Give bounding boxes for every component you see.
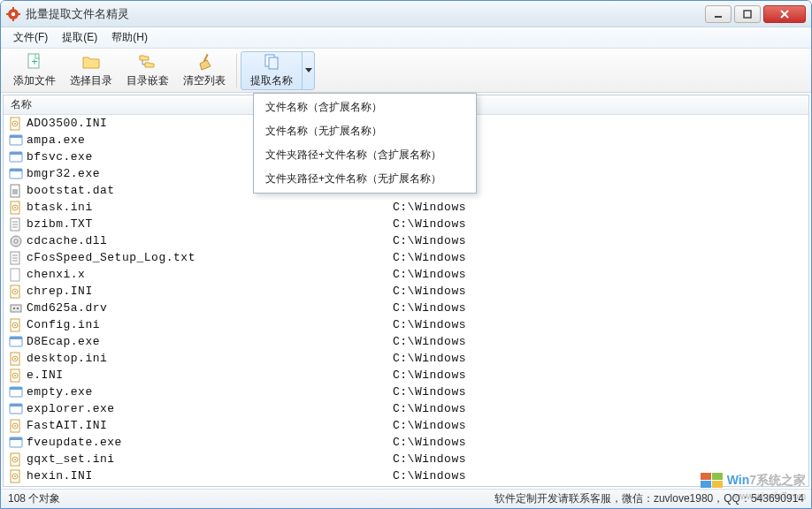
file-icon xyxy=(9,167,23,181)
file-name: btask.ini xyxy=(27,201,393,214)
toolbar-separator xyxy=(236,54,237,87)
file-icon xyxy=(9,335,23,349)
extract-name-button[interactable]: 提取名称 xyxy=(241,51,315,90)
file-path: C:\Windows xyxy=(393,318,466,331)
table-row[interactable]: explorer.exeC:\Windows xyxy=(4,400,808,417)
file-name: cFosSpeed_Setup_Log.txt xyxy=(27,251,393,264)
dropdown-item[interactable]: 文件夹路径+文件名称（含扩展名称） xyxy=(255,143,475,167)
extract-dropdown-menu: 文件名称（含扩展名称） 文件名称（无扩展名称） 文件夹路径+文件名称（含扩展名称… xyxy=(253,93,477,194)
menu-help[interactable]: 帮助(H) xyxy=(104,27,155,48)
dropdown-item[interactable]: 文件夹路径+文件名称（无扩展名称） xyxy=(255,167,475,191)
table-row[interactable]: chrep.INIC:\Windows xyxy=(4,283,808,300)
table-row[interactable]: D8Ecap.exeC:\Windows xyxy=(4,333,808,350)
file-name: chenxi.x xyxy=(27,268,393,281)
svg-rect-58 xyxy=(10,387,22,390)
file-icon xyxy=(9,285,23,299)
file-name: fveupdate.exe xyxy=(27,436,393,449)
file-icon xyxy=(9,469,23,483)
window-title: 批量提取文件名精灵 xyxy=(26,6,705,22)
table-row[interactable]: cFosSpeed_Setup_Log.txtC:\Windows xyxy=(4,249,808,266)
clear-list-button[interactable]: 清空列表 xyxy=(176,50,233,91)
app-window: 批量提取文件名精灵 文件(F) 提取(E) 帮助(H) + 添加文件 选择目录 … xyxy=(0,0,812,509)
table-row[interactable]: hexin.INIC:\Windows xyxy=(4,467,808,484)
select-dir-button[interactable]: 选择目录 xyxy=(63,50,119,91)
file-icon xyxy=(9,184,23,198)
file-icon xyxy=(9,318,23,332)
broom-icon xyxy=(195,52,214,72)
file-icon xyxy=(9,268,23,282)
file-name: e.INI xyxy=(27,368,393,382)
titlebar[interactable]: 批量提取文件名精灵 xyxy=(1,1,811,27)
file-icon xyxy=(9,251,23,265)
svg-rect-7 xyxy=(744,11,751,18)
maximize-button[interactable] xyxy=(734,5,761,23)
menu-file[interactable]: 文件(F) xyxy=(6,27,55,48)
statusbar: 108 个对象 软件定制开发请联系客服，微信：zuvlove1980，QQ：54… xyxy=(1,489,811,508)
menu-extract[interactable]: 提取(E) xyxy=(55,27,104,48)
table-row[interactable]: gqxt_set.iniC:\Windows xyxy=(4,451,808,467)
table-row[interactable]: Cmd625a.drvC:\Windows xyxy=(4,300,808,316)
table-row[interactable]: e.INIC:\Windows xyxy=(4,367,808,384)
file-path: C:\Windows xyxy=(393,368,466,382)
svg-rect-14 xyxy=(269,57,278,69)
dropdown-item[interactable]: 文件名称（无扩展名称） xyxy=(255,119,475,143)
table-row[interactable]: btask.iniC:\Windows xyxy=(4,199,808,216)
svg-point-28 xyxy=(14,207,16,209)
dropdown-item[interactable]: 文件名称（含扩展名称） xyxy=(255,95,475,119)
file-icon xyxy=(9,117,23,131)
svg-point-42 xyxy=(14,291,16,292)
file-path: C:\Windows xyxy=(393,436,466,449)
file-icon xyxy=(9,368,23,383)
file-name: hexin.INI xyxy=(27,469,393,482)
file-path: C:\Windows xyxy=(393,251,466,264)
file-icon xyxy=(9,217,23,232)
file-path: C:\Windows xyxy=(393,419,466,432)
file-path: C:\Windows xyxy=(393,469,466,482)
file-name: Cmd625a.drv xyxy=(27,301,393,315)
table-row[interactable]: chenxi.xC:\Windows xyxy=(4,266,808,283)
svg-rect-4 xyxy=(6,13,9,15)
file-name: bzibm.TXT xyxy=(27,217,393,231)
svg-point-53 xyxy=(14,358,16,360)
table-row[interactable]: FastAIT.INIC:\Windows xyxy=(4,417,808,434)
close-button[interactable] xyxy=(763,5,806,23)
file-name: cdcache.dll xyxy=(27,234,393,247)
svg-rect-25 xyxy=(12,189,18,194)
file-path: C:\Windows xyxy=(393,452,466,466)
table-row[interactable]: desktop.iniC:\Windows xyxy=(4,350,808,367)
svg-rect-60 xyxy=(10,404,22,406)
copy-icon xyxy=(262,52,281,72)
file-name: gqxt_set.ini xyxy=(27,452,393,466)
status-left: 108 个对象 xyxy=(8,491,60,506)
svg-rect-65 xyxy=(10,437,22,440)
file-icon xyxy=(9,150,23,164)
table-row[interactable]: fveupdate.exeC:\Windows xyxy=(4,434,808,451)
file-path: C:\Windows xyxy=(393,234,466,247)
file-icon xyxy=(9,452,23,467)
svg-rect-19 xyxy=(10,135,22,138)
svg-rect-39 xyxy=(11,269,19,281)
chevron-down-icon[interactable] xyxy=(302,52,314,89)
svg-point-68 xyxy=(14,459,16,460)
file-path: C:\Windows xyxy=(393,301,466,315)
table-row[interactable]: empty.exeC:\Windows xyxy=(4,384,808,400)
table-row[interactable]: bzibm.TXTC:\Windows xyxy=(4,216,808,232)
svg-point-63 xyxy=(14,425,16,427)
svg-rect-5 xyxy=(18,13,20,15)
svg-point-56 xyxy=(14,375,16,376)
file-path: C:\Windows xyxy=(393,217,466,231)
svg-point-45 xyxy=(17,308,19,309)
folder-icon xyxy=(81,52,101,72)
table-row[interactable]: Config.iniC:\Windows xyxy=(4,316,808,333)
svg-rect-2 xyxy=(12,7,14,10)
svg-point-71 xyxy=(14,475,16,477)
nest-dir-button[interactable]: 目录嵌套 xyxy=(119,50,176,91)
file-path: C:\Windows xyxy=(393,335,466,348)
minimize-button[interactable] xyxy=(705,5,732,23)
svg-point-34 xyxy=(14,239,18,243)
table-row[interactable]: cdcache.dllC:\Windows xyxy=(4,232,808,249)
add-file-button[interactable]: + 添加文件 xyxy=(6,50,63,91)
svg-rect-50 xyxy=(10,337,22,339)
menubar: 文件(F) 提取(E) 帮助(H) xyxy=(1,27,811,49)
file-icon xyxy=(9,133,23,148)
